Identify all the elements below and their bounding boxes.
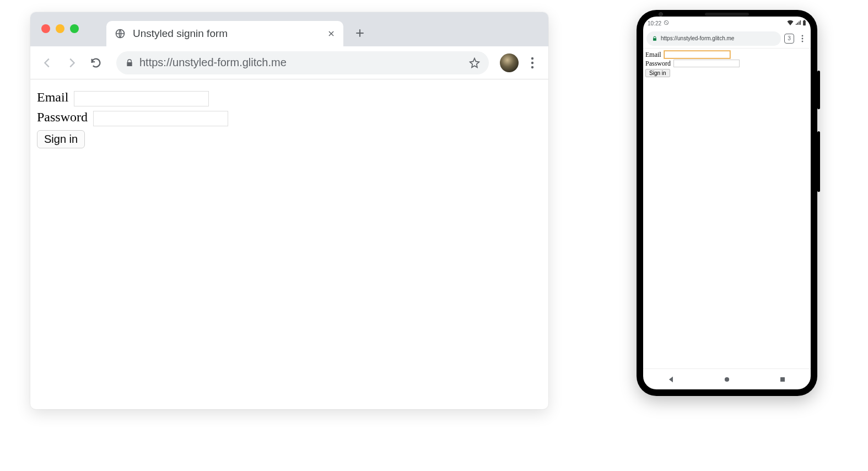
mobile-toolbar: https://unstyled-form.glitch.me 3: [643, 29, 811, 49]
svg-point-1: [531, 57, 533, 59]
signin-button[interactable]: Sign in: [37, 130, 85, 148]
email-input[interactable]: [74, 91, 209, 106]
address-bar[interactable]: [116, 51, 489, 74]
android-back-button[interactable]: [667, 375, 676, 384]
svg-point-8: [802, 38, 804, 39]
android-nav-bar: [643, 368, 811, 389]
tab-count-value: 3: [788, 35, 791, 41]
svg-point-10: [725, 377, 729, 381]
window-close-button[interactable]: [41, 24, 50, 33]
android-recents-button[interactable]: [778, 375, 787, 384]
tab-strip: Unstyled signin form: [30, 12, 548, 46]
battery-icon: [802, 20, 806, 27]
mobile-address-bar[interactable]: https://unstyled-form.glitch.me: [646, 31, 781, 46]
window-maximize-button[interactable]: [70, 24, 79, 33]
globe-icon: [114, 28, 126, 40]
svg-point-9: [802, 40, 804, 42]
mobile-email-input[interactable]: [664, 51, 730, 58]
email-label: Email: [37, 90, 68, 104]
mobile-url: https://unstyled-form.glitch.me: [661, 35, 734, 41]
mobile-page-content: Email Password Sign in: [643, 49, 811, 368]
reload-button[interactable]: [87, 53, 105, 72]
tab-switcher-button[interactable]: 3: [784, 34, 794, 44]
mobile-password-label: Password: [645, 60, 671, 67]
mobile-signin-button[interactable]: Sign in: [645, 69, 670, 77]
do-not-disturb-icon: [664, 20, 669, 26]
svg-point-3: [531, 66, 533, 68]
browser-tab[interactable]: Unstyled signin form: [106, 21, 343, 46]
android-phone: 10:22 htt: [637, 10, 817, 396]
password-label: Password: [37, 110, 88, 124]
android-home-button[interactable]: [723, 375, 731, 384]
svg-point-2: [531, 61, 533, 63]
menu-button[interactable]: [524, 53, 541, 72]
phone-power-button: [817, 71, 820, 109]
phone-screen: 10:22 htt: [643, 17, 811, 389]
lock-icon: [125, 58, 134, 67]
desktop-chrome-window: Unstyled signin form: [30, 12, 548, 409]
phone-camera: [659, 12, 663, 17]
mobile-password-input[interactable]: [673, 60, 740, 67]
lock-icon: [652, 36, 657, 41]
svg-rect-11: [780, 377, 785, 382]
tab-title: Unstyled signin form: [133, 28, 320, 40]
page-content: Email Password Sign in: [30, 79, 548, 156]
forward-button[interactable]: [62, 53, 81, 72]
window-controls: [41, 24, 79, 33]
star-icon[interactable]: [469, 57, 480, 68]
new-tab-button[interactable]: [349, 22, 371, 44]
status-bar: 10:22: [643, 17, 811, 29]
phone-speaker: [705, 13, 749, 16]
svg-point-7: [802, 35, 804, 36]
browser-toolbar: [30, 46, 548, 79]
mobile-menu-button[interactable]: [797, 35, 807, 42]
mobile-email-label: Email: [645, 51, 661, 58]
url-input[interactable]: [139, 56, 463, 69]
wifi-icon: [787, 20, 794, 26]
status-time: 10:22: [648, 20, 661, 26]
back-button[interactable]: [38, 53, 57, 72]
password-input[interactable]: [93, 111, 228, 126]
svg-rect-5: [803, 20, 806, 25]
svg-rect-6: [804, 20, 805, 21]
profile-avatar[interactable]: [500, 53, 519, 72]
phone-volume-button: [817, 131, 820, 192]
window-minimize-button[interactable]: [56, 24, 64, 33]
signal-icon: [795, 20, 801, 26]
close-icon[interactable]: [327, 29, 336, 38]
